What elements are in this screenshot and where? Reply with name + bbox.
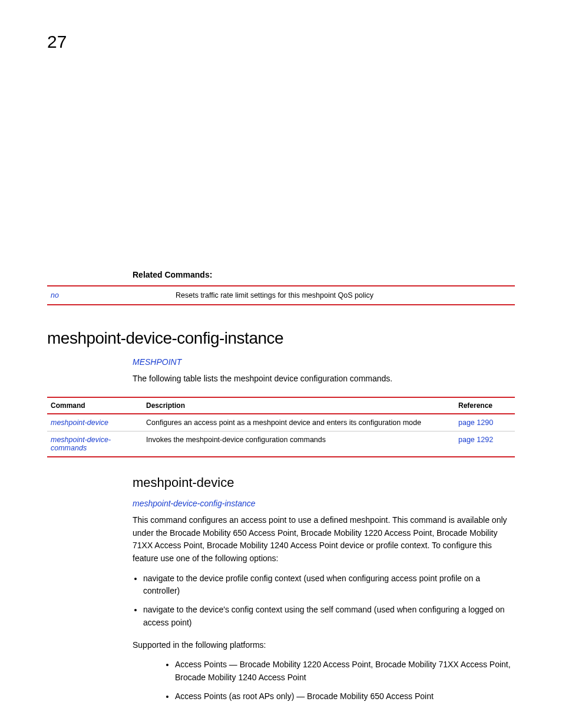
table-row: no Resets traffic rate limit settings fo… — [47, 286, 515, 305]
table-header-row: Command Description Reference — [47, 397, 515, 414]
bullet-list: navigate to the device profile config co… — [143, 572, 515, 630]
page-ref-link[interactable]: page 1292 — [458, 436, 493, 444]
col-header-command: Command — [47, 397, 143, 414]
page-ref-link[interactable]: page 1290 — [458, 419, 493, 427]
breadcrumb-meshpoint[interactable]: MESHPOINT — [133, 357, 515, 367]
related-commands-table: no Resets traffic rate limit settings fo… — [47, 285, 515, 305]
table-row: meshpoint-device-commands Invokes the me… — [47, 431, 515, 457]
main-heading: meshpoint-device-config-instance — [47, 329, 515, 348]
list-item: navigate to the device's config context … — [143, 604, 515, 629]
page-number: 27 — [47, 32, 515, 52]
commands-table: Command Description Reference meshpoint-… — [47, 397, 515, 457]
command-desc: Resets traffic rate limit settings for t… — [172, 286, 515, 305]
intro-text: The following table lists the meshpoint … — [133, 373, 515, 385]
supported-platforms-heading: Supported in the following platforms: — [133, 639, 515, 652]
command-link-meshpoint-device[interactable]: meshpoint-device — [51, 419, 108, 427]
command-desc: Invokes the meshpoint-device configurati… — [143, 431, 455, 457]
breadcrumb-config-instance[interactable]: meshpoint-device-config-instance — [133, 499, 515, 508]
list-item: Access Points — Brocade Mobility 1220 Ac… — [175, 658, 515, 684]
col-header-description: Description — [143, 397, 455, 414]
list-item: Access Points (as root APs only) — Broca… — [175, 690, 515, 703]
sub-heading: meshpoint-device — [133, 475, 515, 490]
command-link-meshpoint-device-commands[interactable]: meshpoint-device-commands — [51, 436, 111, 452]
list-item: navigate to the device profile config co… — [143, 572, 515, 598]
bullet-list-platforms: Access Points — Brocade Mobility 1220 Ac… — [175, 658, 515, 703]
col-header-reference: Reference — [455, 397, 515, 414]
body-paragraph: This command configures an access point … — [133, 514, 515, 565]
command-link-no[interactable]: no — [51, 291, 59, 299]
related-commands-heading-wrap: Related Commands: — [133, 270, 515, 279]
table-row: meshpoint-device Configures an access po… — [47, 414, 515, 431]
command-desc: Configures an access point as a meshpoin… — [143, 414, 455, 431]
document-page: 27 Related Commands: no Resets traffic r… — [0, 0, 562, 728]
related-commands-heading: Related Commands: — [133, 270, 515, 279]
